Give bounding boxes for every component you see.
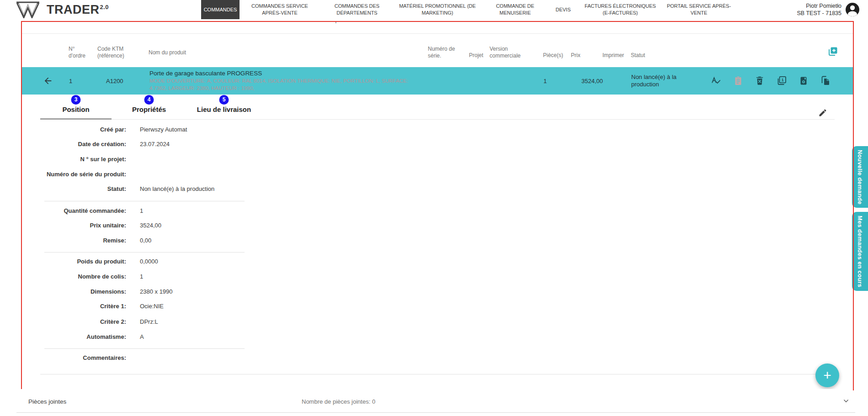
nav-item-devis[interactable]: DEVIS: [549, 0, 577, 19]
detail-value: 1: [140, 273, 143, 280]
brand-logo[interactable]: TRADER2.0: [16, 1, 109, 18]
copy-one-icon[interactable]: 1: [777, 76, 787, 86]
positions-count: Nombre de positions: 2: [302, 21, 367, 23]
nav-item-commandes[interactable]: COMMANDES: [201, 0, 240, 19]
clipboard-icon: [733, 76, 743, 86]
detail-value: DPrz:L: [140, 318, 158, 325]
detail-value: 1: [140, 207, 143, 214]
avatar-icon: [845, 2, 860, 17]
brand-logo-icon: [16, 1, 40, 18]
row-product-name: Porte de garage basculante PROGRESS: [149, 69, 408, 77]
header-divider: [22, 33, 853, 34]
brand-name: TRADER2.0: [47, 3, 109, 17]
row-product-desc-1: MODE D'OUVERTURE: A, COULEUR: RAL 8014, …: [149, 77, 408, 84]
detail-label: Dimensions:: [22, 288, 126, 295]
detail-value: Non lancé(e) à la production: [140, 185, 214, 192]
side-tab-label: Nouvelle demande: [857, 150, 863, 205]
row-product-desc-2: 4.7362, LARGEUR: 2380, HAUTEUR : 1990,: [149, 84, 408, 92]
tab-lieu-label: Lieu de livraison: [187, 105, 261, 113]
attachments-accordion[interactable]: Pièces jointes Nombre de pièces jointes:…: [16, 389, 855, 413]
side-tab-label: Mes demandes en cours: [857, 216, 863, 287]
detail-label: Statut:: [22, 185, 126, 192]
tab-proprietes-label: Propriétés: [112, 105, 186, 113]
detail-label: Numéro de série du produit:: [22, 171, 126, 178]
detail-value: 23.07.2024: [140, 141, 170, 147]
active-tab-indicator: [40, 118, 112, 120]
col-project: Projet: [469, 52, 483, 59]
spellcheck-icon[interactable]: [711, 76, 721, 86]
bottom-divider: [40, 374, 835, 374]
detail-value: Ocie:NIE: [140, 303, 164, 310]
detail-label: Automatisme:: [22, 333, 126, 340]
tab-position[interactable]: 3 Position: [39, 95, 112, 119]
nav-item-factures-electroniques[interactable]: FACTURES ÉLECTRONIQUES (E-FACTURES): [581, 0, 659, 19]
row-price: 3524,00: [581, 78, 603, 84]
nav-item-commandes-departements[interactable]: COMMANDES DES DÉPARTEMENTS: [320, 0, 394, 19]
plus-icon: +: [823, 368, 831, 383]
detail-label: Date de création:: [22, 141, 126, 147]
card-icon[interactable]: [799, 76, 809, 86]
tab-proprietes[interactable]: 4 Propriétés: [112, 95, 186, 119]
attachments-title: Pièces jointes: [28, 398, 66, 405]
row-order-no: 1: [69, 78, 72, 84]
detail-label: N ° sur le projet:: [22, 156, 126, 163]
detail-value: 2380 x 1990: [140, 288, 173, 295]
side-tab-mes-demandes[interactable]: Mes demandes en cours: [852, 212, 868, 291]
tab-position-label: Position: [39, 105, 112, 113]
tab-proprietes-badge: 4: [144, 95, 154, 105]
detail-label: Remise:: [22, 237, 126, 244]
row-product: Porte de garage basculante PROGRESS MODE…: [149, 69, 408, 92]
group-divider: [44, 201, 245, 201]
duplicate-icon[interactable]: [820, 76, 831, 86]
detail-value: Pierwszy Automat: [140, 126, 187, 133]
detail-label: Prix unitaire:: [22, 222, 126, 229]
user-name: Piotr Pomietło: [797, 2, 841, 10]
col-pieces: Pièce(s): [543, 52, 563, 59]
position-row[interactable]: 1 A1200 Porte de garage basculante PROGR…: [22, 67, 853, 95]
positions-panel: Positions Nombre de positions: 2 N°d'ord…: [21, 21, 854, 390]
nav-item-materiel-promotionnel[interactable]: MATÉRIEL PROMOTIONNEL (DE MARKETING): [399, 0, 476, 19]
user-menu[interactable]: Piotr Pomietło SB TEST - 71835: [797, 0, 860, 19]
col-ktm-code: Code KTM(référence): [97, 46, 124, 59]
col-serial-number: Numéro desérie.: [428, 46, 455, 59]
side-tab-nouvelle-demande[interactable]: Nouvelle demande: [852, 146, 868, 208]
tabs-divider: [40, 119, 835, 120]
tab-lieu-de-livraison[interactable]: 5 Lieu de livraison: [187, 95, 261, 119]
col-status: Statut: [631, 52, 645, 59]
add-position-fab[interactable]: +: [815, 363, 839, 387]
col-print: Imprimer: [602, 52, 624, 59]
group-divider: [44, 348, 245, 349]
detail-value: 3524,00: [140, 222, 161, 229]
edit-pencil-icon[interactable]: [818, 108, 827, 117]
group-divider: [44, 252, 245, 253]
attachments-count: Nombre de pièces jointes: 0: [302, 398, 375, 405]
detail-label: Quantité commandée:: [22, 207, 126, 214]
trader-app: TRADER2.0 COMMANDES COMMANDES SERVICE AP…: [0, 0, 868, 416]
back-arrow-icon[interactable]: [43, 76, 53, 86]
detail-value: A: [140, 333, 144, 340]
detail-label: Critère 2:: [22, 318, 126, 325]
tab-lieu-badge: 5: [219, 95, 229, 105]
row-ktm-code: A1200: [106, 78, 123, 84]
detail-label: Commentaires:: [22, 354, 126, 361]
col-commercial-version: Versioncommerciale: [490, 46, 521, 59]
nav-item-commandes-sav[interactable]: COMMANDES SERVICE APRÈS-VENTE: [250, 0, 309, 19]
add-row-icon[interactable]: [828, 47, 838, 57]
col-order-no: N°d'ordre: [69, 46, 85, 59]
nav-item-portail-sav[interactable]: PORTAIL SERVICE APRÈS-VENTE: [662, 0, 735, 19]
delete-icon[interactable]: [755, 76, 765, 86]
chevron-down-icon[interactable]: [841, 396, 851, 405]
positions-section-title[interactable]: Positions: [28, 21, 54, 23]
detail-label: Créé par:: [22, 126, 126, 133]
detail-label: Nombre de colis:: [22, 273, 126, 280]
detail-label: Critère 1:: [22, 303, 126, 310]
detail-label: Poids du produit:: [22, 258, 126, 265]
nav-item-commande-menuiserie[interactable]: COMMANDE DE MENUISERIE: [485, 0, 545, 19]
row-status: Non lancé(e) à la production: [631, 74, 685, 88]
detail-value: 0,00: [140, 237, 151, 244]
col-product-name: Nom du produit: [149, 49, 186, 56]
col-price: Prix: [571, 52, 580, 59]
svg-text:1: 1: [782, 77, 784, 82]
tab-position-badge: 3: [71, 95, 81, 105]
user-account: SB TEST - 71835: [797, 10, 841, 17]
